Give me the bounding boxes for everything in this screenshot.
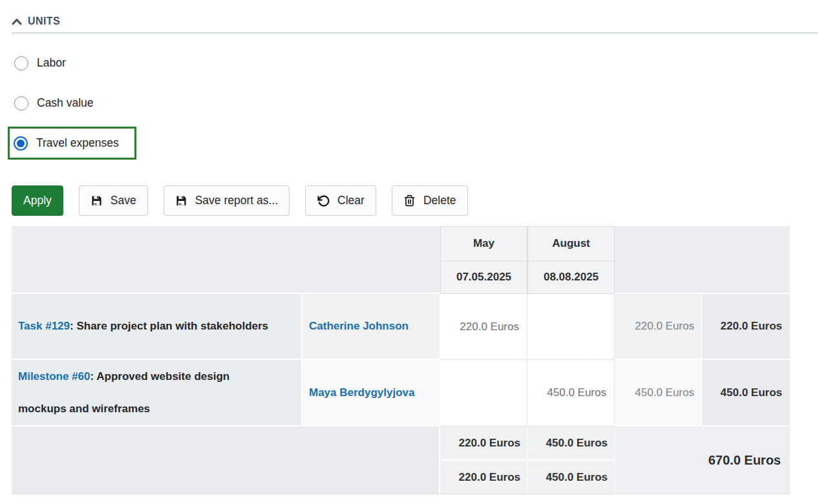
units-section-header[interactable]: UNITS [12,13,60,30]
row-subtotal-cell: 220.0 Euros [615,294,702,360]
save-report-as-button[interactable]: Save report as... [164,185,290,216]
assignee-cell: Maya Berdygylyjova [303,360,440,426]
delete-button[interactable]: Delete [392,185,468,216]
cost-report-table: May August 07.05.2025 08.08.2025 Task #1… [12,226,790,494]
value-cell-may [440,360,527,426]
save-button[interactable]: Save [79,185,148,216]
column-date-august: 08.08.2025 [527,261,615,294]
radio-option-cash-value[interactable]: Cash value [14,95,94,111]
column-total-august: 450.0 Euros [527,461,615,494]
work-package-cell: Task #129: Share project plan with stake… [12,294,303,360]
cost-report-page: UNITS Labor Cash value Travel expenses A… [0,0,819,494]
value-cell-august [527,294,615,360]
trash-icon [403,194,416,207]
assignee-link[interactable]: Catherine Johnson [309,320,409,332]
row-total-cell: 220.0 Euros [702,294,790,360]
row-subtotal-cell: 450.0 Euros [615,360,702,426]
work-package-description: : Share project plan with stakeholders [70,320,268,332]
column-header-august: August [527,226,615,261]
footer-corner-cell [12,426,440,494]
radio-checked-icon[interactable] [14,136,28,151]
save-report-as-button-label: Save report as... [195,194,278,207]
work-package-cell: Milestone #60: Approved website design m… [12,360,303,426]
column-subtotal-august: 450.0 Euros [527,426,615,461]
apply-button-label: Apply [23,194,52,207]
apply-button[interactable]: Apply [12,185,63,216]
footer-subtotal-row: 220.0 Euros 450.0 Euros 670.0 Euros [12,426,790,461]
report-toolbar: Apply Save Save report as... [12,185,819,216]
chevron-up-icon [12,18,22,25]
radio-label-travel-expenses: Travel expenses [36,136,119,150]
floppy-icon [175,194,187,207]
radio-icon[interactable] [14,56,28,70]
column-total-may: 220.0 Euros [440,461,527,494]
delete-button-label: Delete [423,194,456,207]
units-section-title: UNITS [28,16,60,27]
header-right-cell [615,226,790,294]
value-cell-august: 450.0 Euros [527,360,615,426]
radio-option-travel-expenses[interactable]: Travel expenses [14,135,119,151]
header-corner-cell [12,226,440,294]
assignee-cell: Catherine Johnson [303,294,440,360]
clear-button[interactable]: Clear [305,185,376,216]
work-package-link[interactable]: Milestone #60 [18,370,90,383]
column-subtotal-may: 220.0 Euros [440,426,527,461]
row-total-cell: 450.0 Euros [702,360,790,426]
radio-option-labor[interactable]: Labor [14,55,66,71]
clear-button-label: Clear [337,194,365,207]
column-header-may: May [440,226,527,261]
table-row: Milestone #60: Approved website design m… [12,360,790,426]
selected-option-highlight: Travel expenses [8,127,136,160]
table-row: Task #129: Share project plan with stake… [12,294,790,360]
month-header-row: May August [12,226,790,261]
save-button-label: Save [111,194,136,207]
assignee-link[interactable]: Maya Berdygylyjova [309,386,414,399]
section-divider [12,32,818,34]
radio-icon[interactable] [14,96,28,110]
column-date-may: 07.05.2025 [440,261,527,294]
radio-label-labor: Labor [37,56,66,70]
value-cell-may: 220.0 Euros [440,294,527,360]
floppy-icon [90,194,103,207]
grand-total-cell: 670.0 Euros [615,426,790,494]
work-package-link[interactable]: Task #129 [18,320,70,332]
undo-icon [317,194,330,207]
units-options: Labor Cash value Travel expenses [12,55,819,160]
radio-label-cash-value: Cash value [37,96,94,110]
